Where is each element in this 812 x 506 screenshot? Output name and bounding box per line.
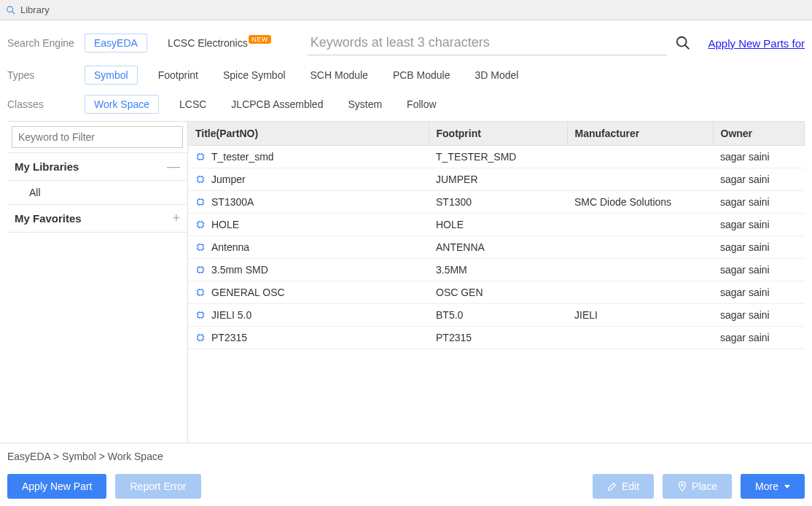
part-title: 3.5mm SMD xyxy=(211,264,268,276)
expand-icon: + xyxy=(172,211,180,226)
type-sch-module[interactable]: SCH Module xyxy=(306,66,372,84)
table-row[interactable]: T_tester_smdT_TESTER_SMDsagar saini xyxy=(188,146,805,168)
sidebar-filter-input[interactable] xyxy=(12,126,183,148)
table-row[interactable]: HOLEHOLEsagar saini xyxy=(188,214,805,236)
place-label: Place xyxy=(692,480,717,492)
part-manufacturer xyxy=(567,327,713,349)
class-system[interactable]: System xyxy=(343,96,386,113)
chip-icon xyxy=(195,219,206,230)
report-error-button[interactable]: Report Error xyxy=(115,474,200,499)
chip-icon xyxy=(195,287,206,297)
class-lcsc[interactable]: LCSC xyxy=(175,96,211,113)
part-title: PT2315 xyxy=(211,332,247,343)
svg-rect-49 xyxy=(198,268,203,273)
apply-new-part-button[interactable]: Apply New Part xyxy=(7,474,106,499)
part-owner: sagar saini xyxy=(713,304,805,327)
part-footprint: ST1300 xyxy=(429,191,567,214)
sidebar-item-all[interactable]: All xyxy=(7,181,187,204)
edit-button[interactable]: Edit xyxy=(593,474,654,499)
search-engine-row: Search Engine EasyEDA LCSC Electronics N… xyxy=(7,31,805,55)
part-footprint: T_TESTER_SMD xyxy=(429,146,567,168)
part-owner: sagar saini xyxy=(713,281,805,304)
svg-rect-13 xyxy=(198,177,203,182)
window-title: Library xyxy=(20,4,50,15)
collapse-icon: — xyxy=(167,159,180,174)
classes-label: Classes xyxy=(7,98,77,110)
part-title: T_tester_smd xyxy=(211,151,274,163)
search-engine-easyeda[interactable]: EasyEDA xyxy=(85,34,147,52)
svg-point-0 xyxy=(7,6,13,12)
search-engine-lcsc-wrap[interactable]: LCSC Electronics NEW xyxy=(163,37,271,49)
type-3d-model[interactable]: 3D Model xyxy=(471,66,523,84)
part-footprint: OSC GEN xyxy=(429,281,567,304)
apply-new-parts-link[interactable]: Apply New Parts for xyxy=(708,37,805,50)
part-footprint: JUMPER xyxy=(429,168,567,191)
filters-panel: Search Engine EasyEDA LCSC Electronics N… xyxy=(0,20,812,117)
more-button[interactable]: More xyxy=(741,474,805,499)
more-label: More xyxy=(755,480,778,492)
search-engine-lcsc[interactable]: LCSC Electronics xyxy=(163,34,248,52)
chevron-down-icon xyxy=(784,485,790,489)
table-row[interactable]: GENERAL OSCOSC GENsagar saini xyxy=(188,281,805,304)
action-bar: Apply New Part Report Error Edit Place M… xyxy=(0,470,812,506)
part-owner: sagar saini xyxy=(713,214,805,236)
part-title: GENERAL OSC xyxy=(211,287,285,298)
table-row[interactable]: PT2315PT2315sagar saini xyxy=(188,327,805,349)
table-row[interactable]: JIELI 5.0BT5.0JIELIsagar saini xyxy=(188,304,805,327)
part-owner: sagar saini xyxy=(713,146,805,168)
svg-rect-40 xyxy=(198,245,203,250)
type-spice-symbol[interactable]: Spice Symbol xyxy=(219,66,290,84)
table-row[interactable]: 3.5mm SMD3.5MMsagar saini xyxy=(188,259,805,281)
search-button[interactable] xyxy=(673,33,693,53)
classes-row: Classes Work Space LCSC JLCPCB Assembled… xyxy=(7,95,805,114)
svg-line-3 xyxy=(685,45,690,50)
table-row[interactable]: AntennaANTENNAsagar saini xyxy=(188,236,805,259)
svg-point-85 xyxy=(682,484,684,486)
class-jlcpcb[interactable]: JLCPCB Assembled xyxy=(227,96,327,113)
pin-icon xyxy=(677,481,687,491)
chip-icon xyxy=(195,197,206,207)
svg-rect-31 xyxy=(198,222,203,227)
search-wrap: Apply New Parts for xyxy=(308,31,805,55)
search-engine-label: Search Engine xyxy=(7,37,77,49)
sidebar-my-favorites[interactable]: My Favorites + xyxy=(7,204,187,233)
class-workspace[interactable]: Work Space xyxy=(85,95,159,114)
content-area: My Libraries — All My Favorites + Title(… xyxy=(7,121,805,443)
table-row[interactable]: JumperJUMPERsagar saini xyxy=(188,168,805,191)
parts-table: Title(PartNO) Footprint Manufacturer Own… xyxy=(188,122,805,349)
type-footprint[interactable]: Footprint xyxy=(154,66,203,84)
part-manufacturer xyxy=(567,168,713,191)
part-owner: sagar saini xyxy=(713,259,805,281)
sidebar-my-libraries[interactable]: My Libraries — xyxy=(7,152,187,181)
col-header-manufacturer[interactable]: Manufacturer xyxy=(567,122,713,146)
part-owner: sagar saini xyxy=(713,236,805,259)
svg-rect-22 xyxy=(198,200,203,205)
search-input[interactable] xyxy=(308,31,668,55)
part-title: JIELI 5.0 xyxy=(211,309,251,321)
part-footprint: ANTENNA xyxy=(429,236,567,259)
part-title: Antenna xyxy=(211,241,249,253)
parts-table-wrap: Title(PartNO) Footprint Manufacturer Own… xyxy=(188,122,805,443)
col-header-owner[interactable]: Owner xyxy=(713,122,805,146)
report-error-label: Report Error xyxy=(130,480,186,492)
sidebar-my-libraries-label: My Libraries xyxy=(15,160,79,173)
col-header-title[interactable]: Title(PartNO) xyxy=(188,122,429,146)
col-header-footprint[interactable]: Footprint xyxy=(429,122,567,146)
type-pcb-module[interactable]: PCB Module xyxy=(389,66,455,84)
new-badge: NEW xyxy=(249,35,271,44)
part-manufacturer xyxy=(567,281,713,304)
part-manufacturer xyxy=(567,259,713,281)
type-symbol[interactable]: Symbol xyxy=(85,66,138,85)
part-manufacturer xyxy=(567,214,713,236)
svg-rect-76 xyxy=(198,335,203,340)
part-manufacturer: JIELI xyxy=(567,304,713,327)
table-header-row: Title(PartNO) Footprint Manufacturer Own… xyxy=(188,122,805,146)
part-title: ST1300A xyxy=(211,196,254,208)
search-icon xyxy=(6,5,16,15)
apply-new-part-label: Apply New Part xyxy=(22,480,92,492)
sidebar: My Libraries — All My Favorites + xyxy=(7,122,188,443)
table-row[interactable]: ST1300AST1300SMC Diode Solutionssagar sa… xyxy=(188,191,805,214)
place-button[interactable]: Place xyxy=(663,474,732,499)
class-follow[interactable]: Follow xyxy=(402,96,440,113)
classes-options: Work Space LCSC JLCPCB Assembled System … xyxy=(85,95,441,114)
